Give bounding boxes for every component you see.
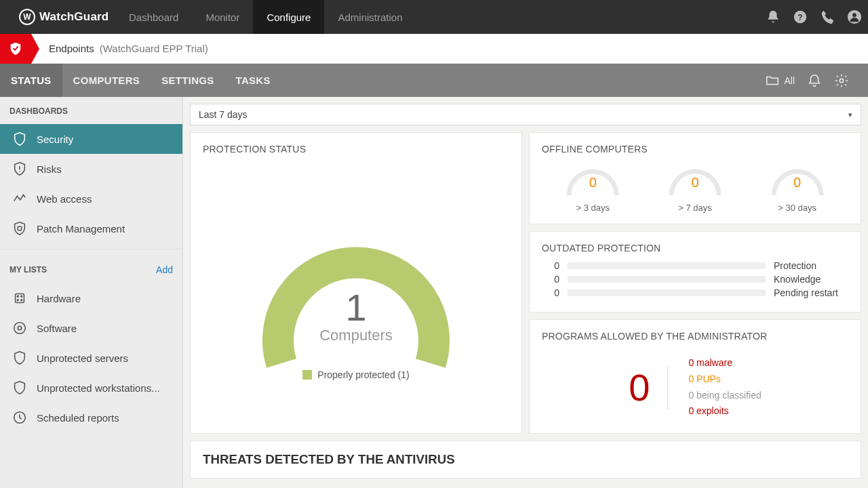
date-range-selector[interactable]: Last 7 days ▾ [190,104,861,125]
subnav-settings-icon[interactable] [834,73,849,88]
gauge-label: Computers [251,327,461,344]
program-line[interactable]: 0 PUPs [688,371,761,388]
date-range-label: Last 7 days [199,109,248,120]
svg-point-13 [14,323,26,334]
svg-rect-7 [18,226,22,230]
svg-point-6 [19,171,20,171]
offline-gauge[interactable]: 0> 3 days [562,161,623,213]
chevron-down-icon: ▾ [848,110,852,119]
svg-point-3 [852,13,856,17]
program-line[interactable]: 0 malware [688,355,761,371]
svg-text:?: ? [797,13,802,22]
subnav-tab-computers[interactable]: COMPUTERS [62,64,151,97]
sidebar-icon [12,131,27,146]
user-icon[interactable] [841,0,868,34]
svg-point-12 [21,300,22,301]
main-content: Last 7 days ▾ PROTECTION STATUS 1 Comput… [183,97,868,488]
svg-point-11 [17,300,18,301]
outdated-row[interactable]: 0Pending restart [542,287,848,298]
sidebar-mylists-header: MY LISTS Add [0,255,182,283]
svg-point-14 [18,326,22,330]
sidebar-icon [12,380,27,395]
protection-gauge[interactable]: 1 Computers [251,204,461,353]
sidebar-icon [12,410,27,425]
breadcrumb-root[interactable]: Endpoints [49,43,94,54]
outdated-row[interactable]: 0Knowledge [542,274,848,285]
panel-outdated-protection: OUTDATED PROTECTION 0Protection0Knowledg… [529,231,861,312]
svg-rect-8 [16,294,24,303]
panel-offline-computers: OFFLINE COMPUTERS 0> 3 days0> 7 days0> 3… [529,132,861,224]
phone-icon[interactable] [814,0,841,34]
sidebar-icon [12,291,27,306]
gauge-count: 1 [251,285,461,329]
outdated-row[interactable]: 0Protection [542,260,848,271]
sidebar-icon [12,221,27,236]
offline-gauge[interactable]: 0> 30 days [767,161,828,213]
sidebar-item-risks[interactable]: Risks [0,154,182,184]
panel-programs-allowed: PROGRAMS ALLOWED BY THE ADMINISTRATOR 0 … [529,319,861,434]
offline-gauge[interactable]: 0> 7 days [665,161,726,213]
topnav-tab-administration[interactable]: Administration [324,0,416,34]
subnav-tab-settings[interactable]: SETTINGS [151,64,224,97]
breadcrumb-sub: (WatchGuard EPP Trial) [100,43,208,54]
sidebar-item-hardware[interactable]: Hardware [0,283,182,313]
sidebar-item-scheduled-reports[interactable]: Scheduled reports [0,403,182,432]
filter-all[interactable]: All [765,73,795,88]
subnav-tab-tasks[interactable]: TASKS [225,64,281,97]
panel-threats: THREATS DETECTED BY THE ANTIVIRUS [190,441,861,479]
brand-logo: W WatchGuard [0,9,115,25]
product-icon[interactable] [0,34,31,64]
sidebar: DASHBOARDS SecurityRisksWeb accessPatch … [0,97,183,488]
svg-point-10 [21,296,22,297]
subnav-tab-status[interactable]: STATUS [0,64,62,97]
brand-text: WatchGuard [39,10,108,24]
program-line[interactable]: 0 being classified [688,388,761,404]
brand-mark-icon: W [19,9,35,25]
sidebar-item-web-access[interactable]: Web access [0,184,182,214]
panel-title: OFFLINE COMPUTERS [542,144,848,155]
sidebar-icon [12,350,27,365]
topnav-tab-configure[interactable]: Configure [253,0,324,34]
programs-total[interactable]: 0 [629,365,668,409]
svg-point-9 [17,296,18,297]
topnav-tab-dashboard[interactable]: Dashboard [115,0,192,34]
panel-title: OUTDATED PROTECTION [542,243,848,253]
sidebar-icon [12,161,27,176]
sub-nav: STATUSCOMPUTERSSETTINGSTASKS All [0,64,868,97]
panel-title: PROGRAMS ALLOWED BY THE ADMINISTRATOR [542,331,848,342]
top-nav: W WatchGuard DashboardMonitorConfigureAd… [0,0,868,34]
sidebar-item-unprotected-workstations-[interactable]: Unprotected workstations... [0,373,182,403]
panel-title: THREATS DETECTED BY THE ANTIVIRUS [203,452,848,467]
sidebar-item-security[interactable]: Security [0,124,182,154]
sidebar-icon [12,321,27,336]
sidebar-item-unprotected-servers[interactable]: Unprotected servers [0,343,182,373]
panel-title: PROTECTION STATUS [203,144,509,155]
alerts-icon[interactable] [760,0,787,34]
topnav-tabs: DashboardMonitorConfigureAdministration [115,0,416,34]
add-list-button[interactable]: Add [156,264,173,275]
sidebar-item-software[interactable]: Software [0,313,182,343]
sidebar-dashboards-header: DASHBOARDS [0,97,182,124]
help-icon[interactable]: ? [787,0,814,34]
sidebar-item-patch-management[interactable]: Patch Management [0,214,182,243]
folder-icon [765,73,780,88]
panel-protection-status: PROTECTION STATUS 1 Computers Properly [190,132,522,434]
breadcrumb-bar: Endpoints (WatchGuard EPP Trial) [0,34,868,64]
topnav-tab-monitor[interactable]: Monitor [192,0,253,34]
svg-point-4 [840,79,844,83]
sidebar-icon [12,191,27,206]
subnav-alerts-icon[interactable] [807,73,822,88]
subnav-tabs: STATUSCOMPUTERSSETTINGSTASKS [0,64,281,97]
filter-all-label: All [784,75,795,86]
program-line[interactable]: 0 exploits [688,403,761,420]
